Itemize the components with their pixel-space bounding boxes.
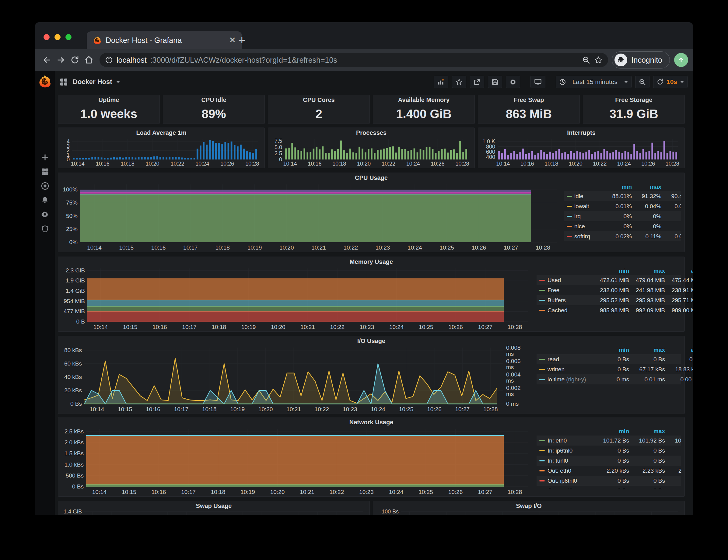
io-usage-legend[interactable]: minmaxavgread0 Bs0 Bs0 Bswritten0 Bs67.1… [537, 346, 681, 384]
cpu-usage-legend[interactable]: minmaxavgidle88.01%91.32%90.49%iowait0.0… [564, 183, 681, 244]
refresh-button[interactable]: 10s [653, 76, 688, 88]
dashboards-icon[interactable] [40, 167, 50, 176]
memory-usage-legend[interactable]: minmaxavgUsed472.61 MiB479.04 MiB475.44 … [537, 267, 681, 315]
legend-row[interactable]: Out: ip6tnl00 Bs0 Bs0 Bs [537, 476, 681, 486]
series-label[interactable]: Out: tunl0 [548, 488, 593, 489]
series-label[interactable]: idle [574, 193, 602, 200]
processes-chart[interactable]: 02.55.07.510:1410:1610:1810:2010:2210:24… [270, 136, 472, 167]
series-label[interactable]: In: ip6tnl0 [548, 447, 593, 454]
dashboard-title[interactable]: Docker Host [73, 78, 112, 86]
explore-compass-icon[interactable] [40, 181, 50, 191]
panel-title[interactable]: I/O Usage [58, 338, 684, 345]
legend-row[interactable]: Out: tunl00 Bs0 Bs0 Bs [537, 486, 681, 489]
memory-usage-chart[interactable]: 0 B477 MiB954 MiB1.4 GiB1.9 GiB2.3 GiB10… [60, 266, 532, 331]
legend-row[interactable]: Buffers295.52 MiB295.93 MiB295.71 MiB [537, 295, 681, 305]
legend-row[interactable]: irq0%0%0% [564, 211, 681, 221]
zoom-out-time-button[interactable] [635, 76, 649, 88]
alerting-bell-icon[interactable] [40, 195, 50, 205]
series-label[interactable]: Used [548, 277, 593, 284]
reload-icon[interactable] [68, 53, 82, 67]
io-usage-chart[interactable]: 0 Bs20 kBs40 kBs60 kBs80 kBs0.008ms0.006… [60, 345, 532, 413]
panel-title[interactable]: CPU Cores [268, 96, 369, 103]
bookmark-star-icon[interactable] [594, 56, 603, 64]
panel-title[interactable]: Network Usage [58, 419, 684, 426]
refresh-interval-label[interactable]: 10s [667, 78, 677, 86]
dashboard-settings-button[interactable] [506, 76, 520, 88]
legend-row[interactable]: softirq0.02%0.11%0.04% [564, 231, 681, 241]
share-dashboard-button[interactable] [470, 76, 484, 88]
new-tab-button[interactable]: + [238, 33, 245, 47]
swap-usage-chart[interactable]: 1.4 GiB [60, 509, 368, 515]
legend-row[interactable]: In: eth0101.72 Bs101.92 Bs101.80 Bs [537, 436, 681, 446]
refresh-caret-icon[interactable] [680, 81, 684, 83]
series-label[interactable]: read [548, 356, 593, 363]
swap-io-chart[interactable]: 100 Bs [375, 509, 683, 515]
series-label[interactable]: written [548, 366, 593, 373]
panel-title[interactable]: Free Swap [478, 96, 579, 103]
time-range-picker[interactable]: Last 15 minutes [556, 76, 632, 88]
site-info-icon[interactable] [105, 56, 113, 64]
star-dashboard-button[interactable] [452, 76, 466, 88]
series-label[interactable]: In: tunl0 [548, 457, 593, 464]
legend-row[interactable]: written0 Bs67.17 kBs18.83 kBs [537, 364, 681, 374]
panel-title[interactable]: Available Memory [373, 96, 474, 103]
browser-tab[interactable]: Docker Host - Grafana ✕ [87, 31, 242, 49]
back-icon[interactable] [40, 53, 54, 67]
legend-row[interactable]: steal0%0%0% [564, 241, 681, 244]
dashboard-caret-icon[interactable] [116, 81, 120, 83]
close-window-button[interactable] [44, 34, 50, 40]
cpu-usage-chart[interactable]: 0%25%50%75%100%10:1410:1510:1610:1710:18… [60, 182, 562, 251]
add-panel-button[interactable] [434, 76, 448, 88]
save-dashboard-button[interactable] [488, 76, 502, 88]
legend-row[interactable]: In: ip6tnl00 Bs0 Bs0 Bs [537, 446, 681, 456]
panel-title[interactable]: Interrupts [478, 129, 684, 136]
panel-title[interactable]: CPU Usage [58, 174, 684, 181]
series-label[interactable]: Out: eth0 [548, 467, 593, 474]
address-bar[interactable]: localhost :3000/d/fZULvACWz/docker-host?… [100, 53, 608, 67]
cycle-view-mode-button[interactable] [530, 76, 545, 88]
network-usage-legend[interactable]: minmaxavgIn: eth0101.72 Bs101.92 Bs101.8… [537, 427, 681, 489]
legend-row[interactable]: In: tunl00 Bs0 Bs0 Bs [537, 456, 681, 466]
network-usage-chart[interactable]: 0 Bs500 Bs1.0 kBs1.5 kBs2.0 kBs2.5 kBs10… [60, 426, 532, 496]
series-label[interactable]: Free [548, 287, 593, 294]
series-label[interactable]: Cached [548, 307, 593, 314]
series-label[interactable]: Out: ip6tnl0 [548, 478, 593, 484]
series-label[interactable]: In: eth0 [548, 437, 593, 444]
series-label[interactable]: nice [574, 223, 602, 230]
series-label[interactable]: Buffers [548, 297, 593, 304]
panel-title[interactable]: Swap Usage [58, 502, 369, 509]
create-icon[interactable] [40, 152, 50, 162]
panel-title[interactable]: Memory Usage [58, 258, 684, 265]
legend-row[interactable]: iowait0.01%0.04%0.02% [564, 201, 681, 211]
maximize-window-button[interactable] [65, 34, 72, 40]
panel-title[interactable]: Uptime [58, 96, 159, 103]
panel-title[interactable]: Swap I/O [373, 502, 684, 509]
panel-title[interactable]: Processes [268, 129, 474, 136]
series-label[interactable]: softirq [574, 233, 602, 240]
interrupts-chart[interactable]: 4006008001.0 K10:1410:1610:1810:2010:221… [480, 136, 682, 167]
forward-icon[interactable] [54, 53, 68, 67]
series-label[interactable]: irq [574, 213, 602, 220]
series-label[interactable]: steal [574, 243, 602, 244]
legend-row[interactable]: Free232.00 MiB241.98 MiB238.91 MiB [537, 285, 681, 295]
home-icon[interactable] [82, 53, 96, 67]
close-tab-icon[interactable]: ✕ [229, 36, 236, 44]
zoom-page-icon[interactable] [582, 56, 590, 64]
legend-row[interactable]: io time (right-y)0 ms0.01 ms0.00 ms [537, 374, 681, 384]
minimize-window-button[interactable] [54, 34, 61, 40]
legend-row[interactable]: nice0%0%0% [564, 221, 681, 231]
legend-row[interactable]: Cached985.98 MiB992.09 MiB989.00 MiB [537, 305, 681, 315]
panel-title[interactable]: CPU Idle [163, 96, 264, 103]
load-average-chart[interactable]: 0123410:1410:1610:1810:2010:2210:2410:26… [60, 136, 262, 167]
configuration-gear-icon[interactable] [40, 210, 50, 219]
legend-row[interactable]: read0 Bs0 Bs0 Bs [537, 354, 681, 364]
series-label[interactable]: iowait [574, 203, 602, 210]
server-admin-shield-icon[interactable] [40, 224, 50, 233]
series-label[interactable]: io time (right-y) [548, 376, 593, 383]
grafana-logo[interactable] [38, 75, 51, 88]
legend-row[interactable]: Used472.61 MiB479.04 MiB475.44 MiB [537, 275, 681, 285]
legend-row[interactable]: Out: eth02.20 kBs2.23 kBs2.21 kBs [537, 466, 681, 476]
panel-title[interactable]: Load Average 1m [58, 129, 264, 136]
browser-update-button[interactable] [674, 53, 688, 67]
panel-title[interactable]: Free Storage [583, 96, 684, 103]
